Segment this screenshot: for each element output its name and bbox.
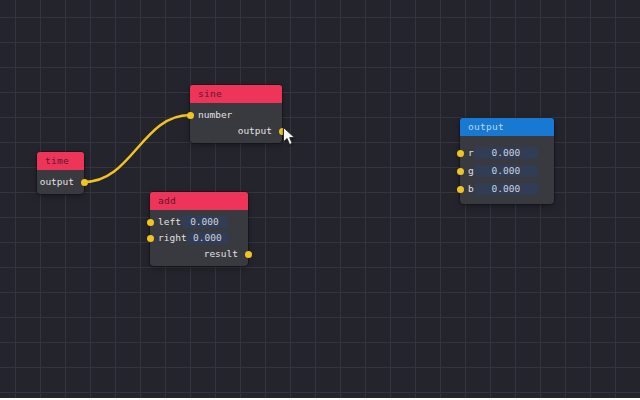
port-label-output-g: g (468, 163, 474, 179)
node-output-body: r 0.000 g 0.000 b 0.000 (460, 136, 554, 204)
port-label-add-right: right (158, 230, 187, 246)
port-sine-number[interactable] (187, 112, 194, 119)
port-row-output-g: g 0.000 (460, 162, 554, 180)
port-label-add-result: result (204, 246, 238, 262)
node-add-header[interactable]: add (150, 192, 248, 210)
port-add-left[interactable] (147, 219, 154, 226)
port-row-time-output: output (37, 174, 84, 190)
port-row-output-b: b 0.000 (460, 180, 554, 198)
port-output-g[interactable] (457, 168, 464, 175)
port-output-b[interactable] (457, 186, 464, 193)
port-output-r[interactable] (457, 150, 464, 157)
node-sine[interactable]: sine number output (190, 85, 282, 143)
node-output[interactable]: output r 0.000 g 0.000 b 0.000 (460, 118, 554, 204)
port-label-sine-number: number (198, 107, 232, 123)
port-row-add-result: result (150, 246, 248, 262)
port-label-sine-output: output (238, 123, 272, 139)
output-g-value-field[interactable]: 0.000 (474, 165, 538, 177)
port-row-add-right: right 0.000 (150, 230, 248, 246)
port-add-result[interactable] (245, 251, 252, 258)
add-right-value-field[interactable]: 0.000 (187, 232, 228, 244)
port-label-add-left: left (158, 214, 181, 230)
port-row-sine-number: number (190, 107, 282, 123)
node-add[interactable]: add left 0.000 right 0.000 result (150, 192, 248, 266)
add-left-value-field[interactable]: 0.000 (181, 216, 228, 228)
port-label-output-b: b (468, 181, 474, 197)
node-time-header[interactable]: time (37, 152, 84, 170)
node-sine-header[interactable]: sine (190, 85, 282, 103)
port-time-output[interactable] (81, 179, 88, 186)
port-label-output-r: r (468, 145, 474, 161)
port-sine-output[interactable] (279, 128, 286, 135)
port-row-sine-output: output (190, 123, 282, 139)
node-time[interactable]: time output (37, 152, 84, 194)
node-sine-body: number output (190, 103, 282, 143)
node-time-body: output (37, 170, 84, 194)
node-add-body: left 0.000 right 0.000 result (150, 210, 248, 266)
wire-time-to-sine[interactable] (84, 115, 190, 182)
port-add-right[interactable] (147, 235, 154, 242)
node-editor-canvas[interactable]: time output sine number output add (0, 0, 640, 400)
output-b-value-field[interactable]: 0.000 (474, 183, 538, 195)
node-output-header[interactable]: output (460, 118, 554, 136)
output-r-value-field[interactable]: 0.000 (474, 147, 538, 159)
port-row-output-r: r 0.000 (460, 144, 554, 162)
port-label-time-output: output (40, 174, 74, 190)
port-row-add-left: left 0.000 (150, 214, 248, 230)
